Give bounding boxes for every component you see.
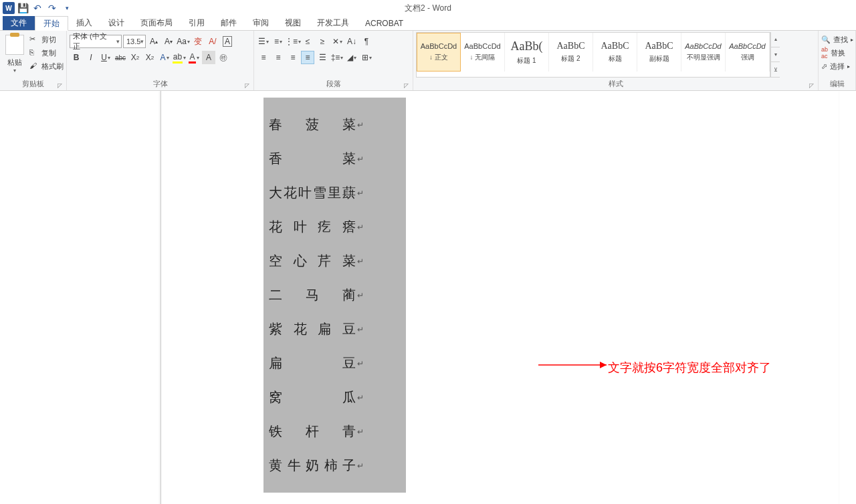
align-distribute-button[interactable]: ☰	[316, 51, 329, 64]
style-scroll-up-icon[interactable]: ▴	[771, 32, 780, 47]
style-item-3[interactable]: AaBbC标题 2	[549, 33, 593, 72]
style-item-6[interactable]: AaBbCcDd不明显强调	[681, 33, 726, 72]
tab-acrobat[interactable]: ACROBAT	[357, 16, 411, 30]
align-justify-button[interactable]: ≡	[301, 51, 314, 64]
borders-button[interactable]: ⊞	[360, 51, 373, 64]
font-launcher-icon[interactable]: ◸	[245, 82, 249, 89]
style-gallery-scroll[interactable]: ▴ ▾ ⊻	[770, 32, 780, 78]
select-button[interactable]: ⬀选择▸	[821, 60, 853, 72]
document-area[interactable]: 春菠菜↵香菜↵大花叶雪里蕻↵花叶疙瘩↵空心芹菜↵二马蔺↵紫花扁豆↵扁豆↵窝瓜↵铁…	[0, 91, 856, 504]
shrink-font-button[interactable]: A▾	[162, 35, 175, 48]
shading-button[interactable]: ◢	[345, 51, 358, 64]
title-bar: W 💾 ↶ ↷ ▾ 文档2 - Word	[0, 0, 856, 16]
enclose-char-button[interactable]: ㊕	[217, 51, 230, 64]
style-preview: AaBbC	[601, 41, 629, 51]
style-name-label: ↓ 正文	[429, 53, 448, 62]
sort-button[interactable]: A↓	[345, 35, 358, 48]
align-right-button[interactable]: ≡	[286, 51, 300, 64]
text-line: 黄牛奶柿子↵	[263, 449, 406, 483]
style-preview: AaBbCcDd	[685, 42, 721, 50]
font-color-button[interactable]: A	[187, 51, 201, 64]
clipboard-launcher-icon[interactable]: ◸	[58, 82, 62, 89]
show-marks-button[interactable]: ¶	[360, 35, 373, 48]
group-font-label: 字体	[153, 80, 168, 88]
ribbon-tabs: 文件 开始 插入 设计 页面布局 引用 邮件 审阅 视图 开发工具 ACROBA…	[0, 16, 856, 31]
highlight-button[interactable]: ab	[173, 51, 186, 64]
tab-view[interactable]: 视图	[277, 16, 309, 30]
text-line: 扁豆↵	[263, 346, 406, 380]
underline-button[interactable]: U	[99, 51, 112, 64]
paste-button[interactable]: 粘贴 ▾	[3, 32, 27, 78]
style-item-5[interactable]: AaBbC副标题	[637, 33, 681, 72]
paragraph-launcher-icon[interactable]: ◸	[404, 82, 409, 89]
font-size-select[interactable]: 13.5	[123, 35, 146, 48]
styles-launcher-icon[interactable]: ◸	[809, 82, 814, 89]
ribbon: 粘贴 ▾ ✂剪切 ⎘复制 🖌格式刷 剪贴板◸ 宋体 (中文正 13.5 A▴ A…	[0, 31, 856, 91]
tab-references[interactable]: 引用	[181, 16, 213, 30]
qat-customize-icon[interactable]: ▾	[60, 1, 74, 15]
selected-text-block[interactable]: 春菠菜↵香菜↵大花叶雪里蕻↵花叶疙瘩↵空心芹菜↵二马蔺↵紫花扁豆↵扁豆↵窝瓜↵铁…	[263, 98, 406, 493]
text-effects-button[interactable]: A	[158, 51, 171, 64]
style-name-label: 不明显强调	[687, 53, 720, 62]
group-paragraph: ☰ ≡ ⋮≡ ≤ ≥ ✕ A↓ ¶ ≡ ≡ ≡ ≡ ☰ ‡≡ ◢ ⊞ 段落◸	[254, 31, 413, 90]
tab-insert[interactable]: 插入	[68, 16, 100, 30]
format-painter-button[interactable]: 🖌格式刷	[29, 60, 64, 72]
tab-developer[interactable]: 开发工具	[309, 16, 357, 30]
clear-format-button[interactable]: A/	[206, 35, 219, 48]
find-icon: 🔍	[821, 35, 831, 44]
change-case-button[interactable]: Aa	[177, 35, 190, 48]
tab-mailings[interactable]: 邮件	[213, 16, 245, 30]
paragraph-mark-icon: ↵	[357, 188, 364, 198]
multilevel-button[interactable]: ⋮≡	[286, 35, 300, 48]
redo-icon[interactable]: ↷	[45, 1, 59, 15]
align-left-button[interactable]: ≡	[257, 51, 270, 64]
style-item-0[interactable]: AaBbCcDd↓ 正文	[417, 33, 461, 72]
align-center-button[interactable]: ≡	[272, 51, 285, 64]
grow-font-button[interactable]: A▴	[147, 35, 160, 48]
copy-icon: ⎘	[29, 48, 39, 57]
increase-indent-button[interactable]: ≥	[316, 35, 329, 48]
font-name-select[interactable]: 宋体 (中文正	[70, 35, 122, 48]
style-name-label: 标题 2	[561, 54, 580, 64]
italic-button[interactable]: I	[84, 51, 98, 64]
superscript-button[interactable]: X2	[143, 51, 156, 64]
char-border-button[interactable]: A	[221, 35, 234, 48]
tab-home[interactable]: 开始	[35, 16, 68, 31]
asian-layout-button[interactable]: ✕	[330, 35, 344, 48]
cut-button[interactable]: ✂剪切	[29, 33, 64, 45]
bullets-button[interactable]: ☰	[257, 35, 270, 48]
group-editing-label: 编辑	[830, 80, 845, 88]
char-shading-button[interactable]: A	[202, 51, 215, 64]
subscript-button[interactable]: X2	[128, 51, 142, 64]
paste-label: 粘贴	[7, 57, 22, 68]
numbering-button[interactable]: ≡	[272, 35, 285, 48]
style-item-4[interactable]: AaBbC标题	[593, 33, 637, 72]
undo-icon[interactable]: ↶	[31, 1, 44, 15]
scissors-icon: ✂	[29, 35, 39, 44]
style-item-1[interactable]: AaBbCcDd↓ 无间隔	[461, 33, 505, 72]
style-preview: AaBb(	[511, 39, 543, 53]
copy-button[interactable]: ⎘复制	[29, 47, 64, 59]
save-icon[interactable]: 💾	[16, 1, 29, 15]
style-item-7[interactable]: AaBbCcDd强调	[726, 33, 770, 72]
strikethrough-button[interactable]: abc	[114, 51, 127, 64]
tab-file[interactable]: 文件	[3, 16, 35, 30]
tab-design[interactable]: 设计	[100, 16, 132, 30]
phonetic-guide-button[interactable]: 变	[191, 35, 205, 48]
style-scroll-more-icon[interactable]: ⊻	[771, 62, 780, 78]
paragraph-mark-icon: ↵	[357, 325, 364, 334]
tab-layout[interactable]: 页面布局	[132, 16, 181, 30]
bold-button[interactable]: B	[70, 51, 83, 64]
style-scroll-down-icon[interactable]: ▾	[771, 47, 780, 63]
paragraph-mark-icon: ↵	[357, 223, 364, 232]
style-preview: AaBbCcDd	[421, 42, 457, 50]
replace-button[interactable]: abac替换	[821, 47, 853, 59]
find-button[interactable]: 🔍查找▸	[821, 33, 853, 45]
line-spacing-button[interactable]: ‡≡	[330, 51, 344, 64]
text-line: 香菜↵	[263, 142, 406, 176]
style-item-2[interactable]: AaBb(标题 1	[505, 33, 549, 72]
replace-icon: abac	[821, 46, 828, 59]
decrease-indent-button[interactable]: ≤	[301, 35, 314, 48]
tab-review[interactable]: 审阅	[245, 16, 277, 30]
group-styles: AaBbCcDd↓ 正文AaBbCcDd↓ 无间隔AaBb(标题 1AaBbC标…	[413, 31, 819, 90]
